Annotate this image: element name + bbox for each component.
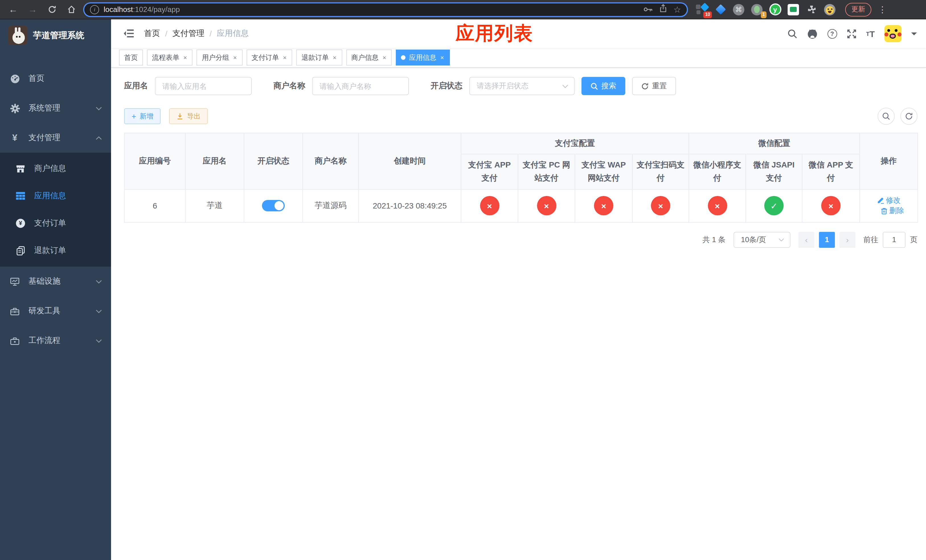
col-wechat-jsapi: 微信 JSAPI 支付 — [746, 154, 802, 189]
status-label: 开启状态 — [431, 81, 462, 91]
extension-chat-icon[interactable] — [787, 3, 800, 16]
col-alipay-qr: 支付宝扫码支付 — [632, 154, 689, 189]
sidebar-item-workflow[interactable]: 工作流程 — [0, 326, 111, 356]
reset-button[interactable]: 重置 — [632, 77, 676, 95]
extension-badge: 1 — [761, 11, 767, 18]
prev-page-button[interactable]: ‹ — [799, 232, 814, 248]
fullscreen-icon[interactable] — [847, 29, 856, 38]
extensions-puzzle-icon[interactable] — [805, 3, 818, 16]
merchant-name-label: 商户名称 — [273, 81, 305, 91]
tab-app-info[interactable]: 应用信息× — [396, 50, 449, 65]
font-size-icon[interactable]: TT — [866, 29, 875, 38]
close-icon[interactable]: × — [183, 54, 188, 61]
delete-link[interactable]: 删除 — [880, 206, 904, 216]
url-text: localhost:1024/pay/app — [104, 5, 639, 14]
avatar-caret-icon[interactable] — [911, 32, 917, 38]
sidebar-subitem-app-info[interactable]: 应用信息 — [0, 182, 111, 210]
sidebar-item-system[interactable]: 系统管理 — [0, 94, 111, 123]
github-icon[interactable] — [807, 28, 817, 39]
briefcase-icon — [9, 336, 21, 345]
app-name-label: 应用名 — [124, 81, 148, 91]
goto-page-input[interactable] — [883, 232, 905, 248]
store-icon — [15, 164, 26, 173]
chevron-down-icon — [96, 309, 102, 313]
cell-created-at: 2021-10-23 08:49:25 — [359, 189, 461, 222]
help-icon[interactable]: ? — [827, 29, 837, 38]
close-icon[interactable]: × — [440, 54, 445, 61]
back-icon[interactable]: ← — [6, 2, 21, 17]
group-wechat-config: 微信配置 — [689, 133, 859, 154]
password-key-icon[interactable] — [643, 4, 652, 15]
forward-icon[interactable]: → — [25, 2, 40, 17]
site-info-icon[interactable]: i — [90, 5, 99, 14]
sidebar-item-pay[interactable]: ¥ 支付管理 — [0, 123, 111, 153]
profile-avatar-icon[interactable] — [823, 3, 836, 16]
refresh-button[interactable] — [900, 107, 917, 125]
extension-y-icon[interactable]: y — [769, 3, 781, 16]
extension-recorder-icon[interactable]: 1 — [750, 3, 763, 16]
chrome-update-button[interactable]: 更新 — [845, 3, 872, 16]
merchant-name-input[interactable] — [312, 77, 409, 95]
logo-avatar — [8, 26, 27, 45]
browser-toolbar: ← → i localhost:1024/pay/app ☆ — [0, 0, 926, 20]
sidebar: 芋道管理系统 首页 系统管理 ¥ 支付管 — [0, 20, 111, 560]
close-icon[interactable]: × — [283, 54, 287, 61]
group-alipay-config: 支付宝配置 — [461, 133, 689, 154]
search-icon[interactable] — [787, 29, 797, 38]
tab-merchant-info[interactable]: 商户信息× — [346, 50, 392, 65]
pagination: 共 1 条 10条/页 ‹ 1 › 前往 页 — [124, 232, 917, 248]
sidebar-item-infra[interactable]: 基础设施 — [0, 266, 111, 296]
sidebar-item-devtools[interactable]: 研发工具 — [0, 296, 111, 326]
hide-search-button[interactable] — [878, 107, 895, 125]
next-page-button[interactable]: › — [840, 232, 855, 248]
extension-command-icon[interactable]: ⌘ — [732, 3, 745, 16]
page-size-select[interactable]: 10条/页 — [734, 232, 790, 248]
app-name-input[interactable] — [155, 77, 252, 95]
tab-home[interactable]: 首页 — [119, 50, 143, 65]
sidebar-logo[interactable]: 芋道管理系统 — [0, 20, 111, 51]
page-number-1[interactable]: 1 — [819, 232, 835, 248]
tab-user-group[interactable]: 用户分组× — [197, 50, 243, 65]
export-button[interactable]: 导出 — [169, 108, 208, 124]
toolbox-icon — [9, 307, 21, 315]
status-select[interactable]: 请选择开启状态 — [469, 77, 575, 95]
close-icon[interactable]: × — [332, 54, 337, 61]
status-wechat-jsapi-icon: ✓ — [764, 196, 784, 216]
close-icon[interactable]: × — [233, 54, 238, 61]
home-icon[interactable] — [64, 2, 79, 17]
chevron-up-icon — [96, 136, 102, 140]
status-alipay-wap-icon: × — [594, 196, 613, 216]
user-avatar[interactable] — [884, 25, 902, 42]
breadcrumb-pay[interactable]: 支付管理 — [172, 29, 204, 39]
col-wechat-mini: 微信小程序支付 — [689, 154, 746, 189]
tab-pay-order[interactable]: 支付订单× — [247, 50, 292, 65]
sidebar-subitem-label: 商户信息 — [34, 163, 66, 174]
edit-link[interactable]: 修改 — [877, 195, 901, 206]
sidebar-item-label: 基础设施 — [29, 276, 61, 286]
extension-blue-diamond-icon[interactable]: 10 — [696, 3, 708, 16]
sidebar-subitem-merchant-info[interactable]: 商户信息 — [0, 155, 111, 182]
sidebar-subitem-refund-order[interactable]: 退款订单 — [0, 237, 111, 264]
sidebar-subitem-pay-order[interactable]: ¥ 支付订单 — [0, 210, 111, 237]
search-button[interactable]: 搜索 — [581, 77, 625, 95]
table-toolbar: + 新增 导出 — [124, 107, 917, 125]
tags-view: 首页 流程表单× 用户分组× 支付订单× 退款订单× 商户信息× 应用信息× — [111, 48, 926, 68]
share-icon[interactable] — [659, 4, 667, 15]
address-bar[interactable]: i localhost:1024/pay/app ☆ — [83, 2, 688, 17]
enabled-switch[interactable] — [262, 200, 285, 212]
breadcrumb-home[interactable]: 首页 — [144, 29, 160, 39]
add-button[interactable]: + 新增 — [124, 108, 160, 124]
app-title: 芋道管理系统 — [33, 30, 84, 41]
sidebar-item-home[interactable]: 首页 — [0, 64, 111, 94]
extension-gem-icon[interactable] — [714, 3, 727, 16]
tab-process-form[interactable]: 流程表单× — [147, 50, 193, 65]
active-dot — [401, 55, 406, 60]
tab-refund-order[interactable]: 退款订单× — [297, 50, 342, 65]
sidebar-collapse-icon[interactable] — [120, 29, 137, 38]
bookmark-star-icon[interactable]: ☆ — [673, 4, 681, 15]
breadcrumb: 首页 / 支付管理 / 应用信息 — [144, 29, 249, 39]
close-icon[interactable]: × — [382, 54, 387, 61]
browser-menu-icon[interactable]: ⋮ — [878, 4, 887, 15]
cell-app-id: 6 — [124, 189, 185, 222]
reload-icon[interactable] — [44, 2, 59, 17]
